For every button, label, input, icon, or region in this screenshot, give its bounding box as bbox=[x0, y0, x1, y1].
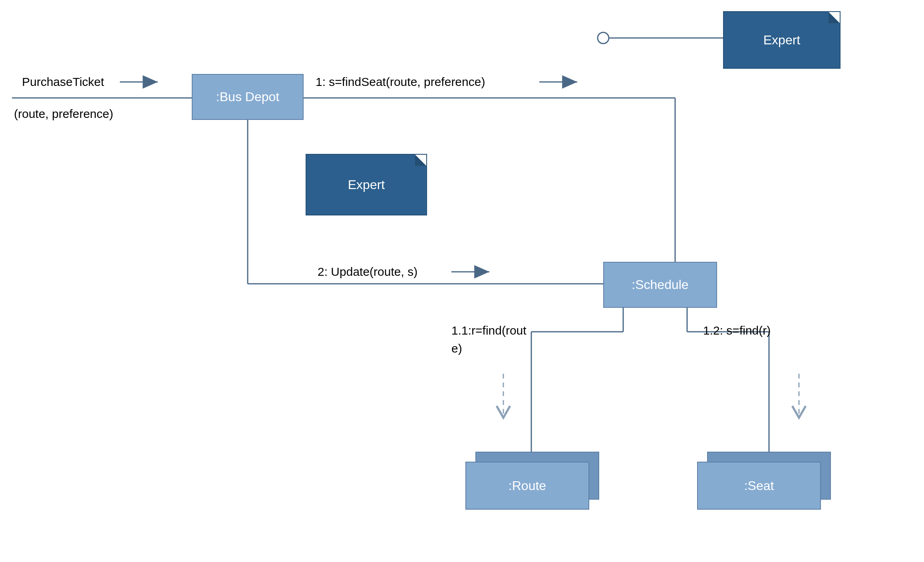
node-schedule[interactable]: :Schedule bbox=[603, 262, 717, 308]
msg-purchase-ticket-bottom: (route, preference) bbox=[14, 107, 113, 121]
node-bus-depot-label: :Bus Depot bbox=[216, 90, 279, 104]
note-expert-mid[interactable]: Expert bbox=[306, 154, 427, 215]
diagram-canvas: PurchaseTicket (route, preference) 1: s=… bbox=[0, 0, 924, 562]
note-expert-top-label: Expert bbox=[763, 33, 800, 48]
msg-1: 1: s=findSeat(route, preference) bbox=[316, 75, 485, 89]
msg-1-1-line1: 1.1:r=find(rout bbox=[451, 324, 527, 337]
node-route-label: :Route bbox=[509, 478, 546, 493]
msg-1-1-line2: e) bbox=[451, 342, 462, 355]
node-bus-depot[interactable]: :Bus Depot bbox=[192, 74, 304, 120]
node-seat[interactable]: :Seat bbox=[697, 462, 821, 510]
note-expert-mid-label: Expert bbox=[348, 177, 385, 192]
note-expert-top[interactable]: Expert bbox=[723, 11, 841, 69]
msg-2: 2: Update(route, s) bbox=[318, 265, 417, 279]
node-schedule-label: :Schedule bbox=[632, 277, 688, 292]
node-seat-label: :Seat bbox=[744, 478, 774, 493]
msg-purchase-ticket-top: PurchaseTicket bbox=[22, 75, 104, 89]
svg-point-16 bbox=[598, 32, 609, 44]
node-route[interactable]: :Route bbox=[465, 462, 589, 510]
msg-1-2: 1.2: s=find(r) bbox=[703, 324, 771, 337]
